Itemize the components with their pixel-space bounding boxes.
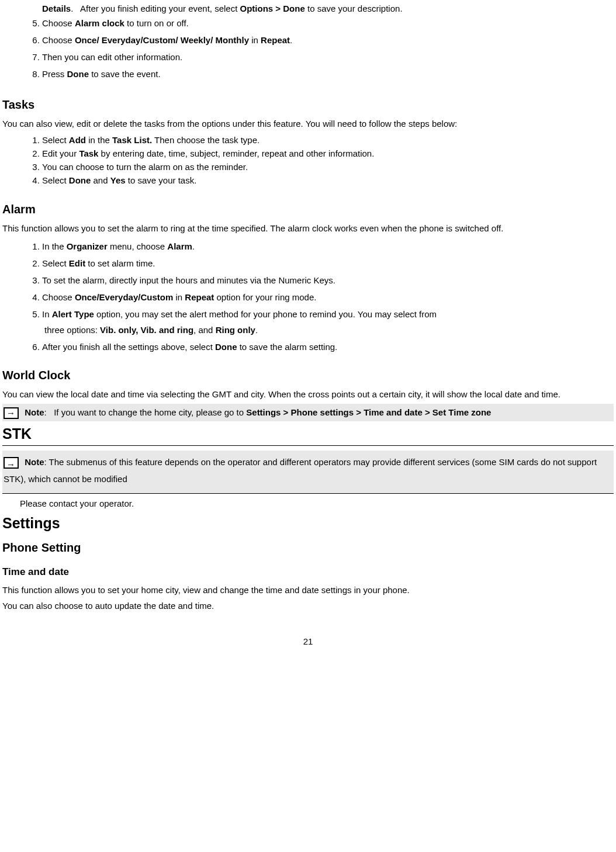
alarm-step-5b-text: three options: Vib. only, Vib. and ring,… [42, 324, 614, 336]
events-step-8: Press Done to save the event. [42, 65, 614, 82]
events-steps-list: Choose Alarm clock to turn on or off. Ch… [2, 15, 614, 82]
alarm-step-3: To set the alarm, directly input the hou… [42, 272, 614, 289]
page-number: 21 [2, 635, 614, 647]
note-arrow-icon [4, 457, 19, 469]
phone-setting-heading: Phone Setting [2, 539, 614, 556]
alarm-intro: This function allows you to set the alar… [2, 222, 614, 234]
alarm-step-2: Select Edit to set alarm time. [42, 255, 614, 272]
worldclock-intro: You can view the local date and time via… [2, 388, 614, 400]
stk-after-text: Please contact your operator. [20, 497, 614, 510]
alarm-step-5: In Alert Type option, you may set the al… [42, 306, 614, 338]
worldclock-heading: World Clock [2, 367, 614, 383]
alarm-step-5-text: In Alert Type option, you may set the al… [42, 309, 437, 319]
stk-heading: STK [2, 424, 614, 446]
tasks-step-4: Select Done and Yes to save your task. [42, 174, 614, 187]
time-and-date-body2: You can also choose to auto update the d… [2, 600, 614, 612]
tasks-intro: You can also view, edit or delete the ta… [2, 117, 614, 130]
tasks-step-3: You can choose to turn the alarm on as t… [42, 160, 614, 174]
tasks-steps-list: Select Add in the Task List. Then choose… [2, 133, 614, 187]
stk-note-text: Note: The submenus of this feature depen… [4, 457, 597, 484]
tasks-step-1: Select Add in the Task List. Then choose… [42, 133, 614, 147]
note-arrow-icon [4, 407, 19, 419]
stk-note-box: Note: The submenus of this feature depen… [2, 451, 614, 494]
alarm-step-1: In the Organizer menu, choose Alarm. [42, 238, 614, 255]
worldclock-note-text: Note: If you want to change the home cit… [25, 407, 491, 417]
events-step-6: Choose Once/ Everyday/Custom/ Weekly/ Mo… [42, 32, 614, 49]
time-and-date-heading: Time and date [2, 565, 614, 579]
alarm-step-4: Choose Once/Everyday/Custom in Repeat op… [42, 289, 614, 306]
events-step4-fragment: Details. After you finish editing your e… [2, 2, 614, 15]
tasks-heading: Tasks [2, 96, 614, 113]
events-step-7: Then you can edit other information. [42, 49, 614, 65]
tasks-step-2: Edit your Task by entering date, time, s… [42, 147, 614, 160]
worldclock-note-box: Note: If you want to change the home cit… [2, 404, 614, 421]
time-and-date-body1: This function allows you to set your hom… [2, 584, 614, 596]
settings-heading: Settings [2, 513, 614, 535]
alarm-steps-list: In the Organizer menu, choose Alarm. Sel… [2, 238, 614, 355]
events-step-5: Choose Alarm clock to turn on or off. [42, 15, 614, 32]
alarm-step-6: After you finish all the settings above,… [42, 338, 614, 355]
alarm-heading: Alarm [2, 201, 614, 217]
